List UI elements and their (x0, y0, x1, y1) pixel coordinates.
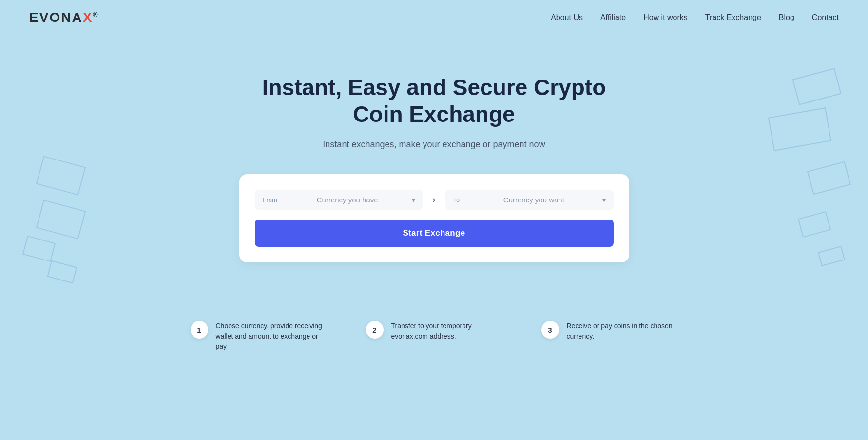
nav-links: About Us Affiliate How it works Track Ex… (551, 13, 839, 22)
nav-contact[interactable]: Contact (812, 13, 839, 21)
from-label: From (263, 196, 277, 203)
step-3-number: 3 (541, 321, 559, 339)
step-3-text: Receive or pay coins in the chosen curre… (567, 321, 678, 341)
nav-affiliate[interactable]: Affiliate (600, 13, 626, 21)
step-1-number: 1 (191, 321, 208, 339)
nav-blog[interactable]: Blog (779, 13, 794, 21)
from-chevron-icon: ▾ (412, 196, 415, 204)
step-2-text: Transfer to your temporary evonax.com ad… (391, 321, 502, 341)
hero-title: Instant, Easy and Secure Crypto Coin Exc… (259, 74, 610, 128)
step-1: 1 Choose currency, provide receiving wal… (191, 321, 327, 352)
hero-section: Instant, Easy and Secure Crypto Coin Exc… (0, 35, 868, 292)
logo-text: EVONAX® (29, 10, 99, 25)
steps-section: 1 Choose currency, provide receiving wal… (142, 292, 727, 371)
from-field[interactable]: From Currency you have ▾ (255, 190, 423, 210)
to-placeholder: Currency you want (465, 196, 602, 204)
to-label: To (453, 196, 460, 203)
nav-how-it-works[interactable]: How it works (643, 13, 688, 21)
step-2: 2 Transfer to your temporary evonax.com … (366, 321, 502, 352)
start-exchange-button[interactable]: Start Exchange (255, 220, 614, 247)
to-chevron-icon: ▾ (602, 196, 606, 204)
hero-subtitle: Instant exchanges, make your exchange or… (10, 140, 858, 150)
exchange-arrow-icon: › (431, 195, 438, 205)
step-2-number: 2 (366, 321, 384, 339)
navbar: EVONAX® About Us Affiliate How it works … (0, 0, 868, 35)
to-select[interactable]: Currency you want ▾ (465, 196, 605, 204)
exchange-row: From Currency you have ▾ › To Currency y… (255, 190, 614, 210)
from-placeholder: Currency you have (283, 196, 412, 204)
exchange-card: From Currency you have ▾ › To Currency y… (239, 174, 629, 262)
to-field[interactable]: To Currency you want ▾ (445, 190, 614, 210)
logo[interactable]: EVONAX® (29, 10, 99, 25)
nav-track-exchange[interactable]: Track Exchange (705, 13, 761, 21)
step-1-text: Choose currency, provide receiving walle… (216, 321, 327, 352)
step-3: 3 Receive or pay coins in the chosen cur… (541, 321, 678, 352)
from-select[interactable]: Currency you have ▾ (283, 196, 415, 204)
nav-about[interactable]: About Us (551, 13, 583, 21)
